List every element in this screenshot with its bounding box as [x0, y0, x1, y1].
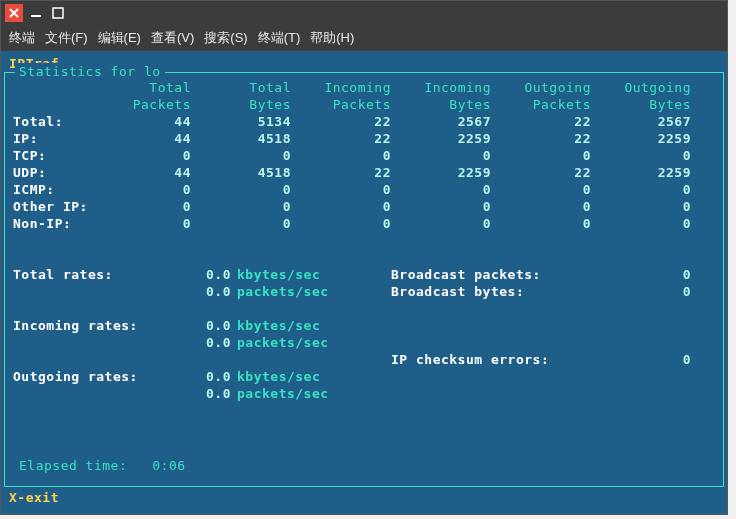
panel-label: Statistics for lo [15, 63, 165, 80]
elapsed-panel: Elapsed time: 0:06 [4, 467, 724, 487]
cell-value: 5134 [191, 113, 291, 130]
menu-terminal[interactable]: 终端 [9, 29, 35, 47]
total-rates-label: Total rates: [11, 266, 171, 283]
cell-value: 22 [491, 130, 591, 147]
col-header: Outgoing [491, 79, 591, 96]
exit-hint[interactable]: X-exit [1, 487, 727, 506]
cell-value: 0 [291, 147, 391, 164]
table-row: Total:445134222567222567 [9, 113, 719, 130]
cell-value: 0 [591, 215, 691, 232]
cell-value: 22 [291, 164, 391, 181]
ip-checksum-value: 0 [621, 351, 691, 368]
svg-rect-0 [31, 15, 41, 17]
cell-value: 0 [291, 198, 391, 215]
cell-value: 0 [491, 181, 591, 198]
titlebar [1, 1, 727, 25]
outgoing-rates-label: Outgoing rates: [11, 368, 171, 385]
cell-value: 0 [491, 215, 591, 232]
header-row-1: Total Total Incoming Incoming Outgoing O… [9, 79, 719, 96]
cell-value: 0 [391, 215, 491, 232]
menu-edit[interactable]: 编辑(E) [98, 29, 141, 47]
cell-value: 2259 [591, 164, 691, 181]
table-row: UDP:444518222259222259 [9, 164, 719, 181]
col-header: Packets [291, 96, 391, 113]
cell-value: 22 [291, 113, 391, 130]
table-row: Non-IP:000000 [9, 215, 719, 232]
cell-value: 0 [591, 181, 691, 198]
row-label: ICMP: [11, 181, 111, 198]
rate-value: 0.0 [171, 266, 231, 283]
cell-value: 22 [491, 113, 591, 130]
menu-file[interactable]: 文件(F) [45, 29, 88, 47]
cell-value: 0 [491, 147, 591, 164]
rate-unit: kbytes/sec [231, 368, 320, 385]
cell-value: 0 [191, 181, 291, 198]
rate-value: 0.0 [171, 317, 231, 334]
row-label: TCP: [11, 147, 111, 164]
col-header: Total [191, 79, 291, 96]
menu-search[interactable]: 搜索(S) [204, 29, 247, 47]
row-label: UDP: [11, 164, 111, 181]
cell-value: 0 [491, 198, 591, 215]
broadcast-bytes-label: Broadcast bytes: [391, 283, 621, 300]
rate-unit: packets/sec [231, 385, 329, 402]
table-row: TCP:000000 [9, 147, 719, 164]
cell-value: 0 [111, 215, 191, 232]
menu-help[interactable]: 帮助(H) [310, 29, 354, 47]
cell-value: 0 [191, 147, 291, 164]
cell-value: 2259 [391, 130, 491, 147]
maximize-icon[interactable] [49, 4, 67, 22]
ip-checksum-label: IP checksum errors: [391, 351, 621, 368]
cell-value: 2567 [391, 113, 491, 130]
cell-value: 0 [191, 198, 291, 215]
rate-unit: kbytes/sec [231, 266, 320, 283]
rate-unit: packets/sec [231, 283, 329, 300]
cell-value: 0 [591, 198, 691, 215]
rate-value: 0.0 [171, 283, 231, 300]
col-header: Total [111, 79, 191, 96]
row-label: Total: [11, 113, 111, 130]
col-header: Bytes [191, 96, 291, 113]
cell-value: 0 [111, 147, 191, 164]
rate-value: 0.0 [171, 368, 231, 385]
broadcast-packets-value: 0 [621, 266, 691, 283]
row-label: Non-IP: [11, 215, 111, 232]
menu-view[interactable]: 查看(V) [151, 29, 194, 47]
menu-terminal2[interactable]: 终端(T) [258, 29, 301, 47]
cell-value: 0 [391, 181, 491, 198]
cell-value: 4518 [191, 130, 291, 147]
cell-value: 0 [111, 181, 191, 198]
cell-value: 4518 [191, 164, 291, 181]
rate-unit: packets/sec [231, 334, 329, 351]
cell-value: 2259 [591, 130, 691, 147]
cell-value: 44 [111, 113, 191, 130]
menubar: 终端 文件(F) 编辑(E) 查看(V) 搜索(S) 终端(T) 帮助(H) [1, 25, 727, 51]
broadcast-packets-label: Broadcast packets: [391, 266, 621, 283]
cell-value: 0 [291, 215, 391, 232]
row-label: IP: [11, 130, 111, 147]
col-header: Bytes [391, 96, 491, 113]
col-header: Packets [111, 96, 191, 113]
row-label: Other IP: [11, 198, 111, 215]
table-row: Other IP:000000 [9, 198, 719, 215]
cell-value: 0 [191, 215, 291, 232]
minimize-icon[interactable] [27, 4, 45, 22]
cell-value: 44 [111, 164, 191, 181]
cell-value: 0 [591, 147, 691, 164]
col-header: Outgoing [591, 79, 691, 96]
table-row: ICMP:000000 [9, 181, 719, 198]
elapsed-value: 0:06 [152, 458, 185, 473]
cell-value: 0 [291, 181, 391, 198]
rates-section: Total rates: 0.0 kbytes/sec 0.0 packets/… [9, 266, 719, 402]
cell-value: 22 [491, 164, 591, 181]
cell-value: 0 [391, 147, 491, 164]
rate-unit: kbytes/sec [231, 317, 320, 334]
stats-panel: Statistics for lo Total Total Incoming I… [4, 72, 724, 467]
col-header: Packets [491, 96, 591, 113]
cell-value: 44 [111, 130, 191, 147]
col-header: Incoming [391, 79, 491, 96]
close-icon[interactable] [5, 4, 23, 22]
col-header: Incoming [291, 79, 391, 96]
svg-rect-1 [53, 8, 63, 18]
cell-value: 2259 [391, 164, 491, 181]
